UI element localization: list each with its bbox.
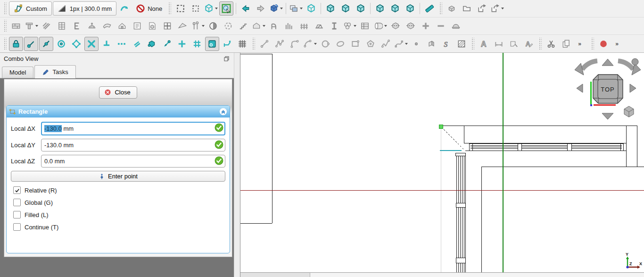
arch-site-button[interactable]	[85, 19, 99, 33]
tab-tasks[interactable]: Tasks	[34, 65, 75, 78]
arch-cut-plane-button[interactable]	[388, 19, 403, 33]
fit-all-button[interactable]	[219, 1, 233, 16]
bounding-box-button[interactable]	[204, 1, 218, 16]
checkbox-global[interactable]: Global (G)	[13, 199, 225, 206]
snap-near-button[interactable]	[160, 37, 174, 51]
nav-arrow-up[interactable]	[602, 59, 613, 66]
draft-line-width-button[interactable]: 1px | 300.0 mm	[53, 1, 116, 16]
view-top-button[interactable]	[339, 1, 353, 16]
toolbar-drag-handle[interactable]	[538, 38, 542, 50]
arch-stairs-button[interactable]	[236, 19, 250, 33]
draft-circle-button[interactable]	[318, 37, 332, 51]
chevron-down-icon[interactable]	[384, 25, 387, 27]
nav-forward-button[interactable]	[254, 1, 268, 16]
snap-lock-button[interactable]	[9, 37, 23, 51]
toolbar-drag-handle[interactable]	[471, 38, 474, 50]
checkbox-continue[interactable]: Continue (T)	[13, 223, 225, 231]
navigation-cube[interactable]: TOP	[571, 54, 642, 124]
draw-style-button[interactable]	[289, 1, 303, 16]
view-rear-button[interactable]	[373, 1, 387, 16]
measure-distance-button[interactable]	[422, 1, 437, 16]
view-bottom-button[interactable]	[388, 1, 402, 16]
draft-line-button[interactable]	[257, 37, 272, 51]
arch-schedule-button[interactable]	[358, 19, 372, 33]
arch-pipe-button[interactable]	[373, 19, 388, 33]
checkbox-filled[interactable]: Filled (L)	[13, 211, 225, 218]
arch-project-button[interactable]	[70, 19, 84, 33]
arch-curtain-wall-button[interactable]	[55, 19, 69, 33]
toolbar-overflow-button[interactable]: »	[574, 37, 588, 51]
draft-fillet-button[interactable]	[288, 37, 302, 51]
draft-bspline-button[interactable]	[379, 37, 393, 51]
view-front-button[interactable]	[323, 1, 338, 16]
export-button[interactable]	[475, 1, 489, 16]
checkbox-box[interactable]	[13, 199, 21, 206]
nav-arrow-left[interactable]	[577, 84, 583, 92]
arch-panel-button[interactable]	[251, 19, 266, 33]
arch-material-button[interactable]	[342, 19, 357, 33]
arch-structure-button[interactable]	[24, 19, 39, 33]
close-task-button[interactable]: Close	[99, 86, 137, 99]
axonometric-view-button[interactable]	[304, 1, 318, 16]
draft-apply-style-button[interactable]	[117, 1, 132, 16]
chevron-down-icon[interactable]	[263, 25, 265, 27]
snap-grid-button[interactable]	[190, 37, 204, 51]
tab-model[interactable]: Model	[2, 67, 33, 78]
arch-wall-button[interactable]	[9, 19, 23, 33]
chevron-down-icon[interactable]	[405, 43, 408, 45]
local-dy-input[interactable]: -130.0 mm	[41, 139, 225, 151]
annotation-style-button[interactable]: A	[522, 37, 536, 51]
draft-autogroup-button[interactable]: None	[132, 1, 165, 16]
snap-midpoint-button[interactable]	[39, 37, 53, 51]
rotate-view-button[interactable]	[269, 1, 283, 16]
arch-axis-button[interactable]	[190, 19, 205, 33]
chevron-down-icon[interactable]	[300, 8, 303, 9]
arch-level-button[interactable]	[130, 19, 144, 33]
toolbar-drag-handle[interactable]	[3, 2, 7, 15]
toolbar-overflow-button[interactable]: »	[611, 37, 626, 51]
collapse-section-icon[interactable]	[219, 108, 227, 116]
nav-rotate-left-arrow[interactable]	[582, 61, 597, 69]
snap-center-button[interactable]	[54, 37, 68, 51]
enter-point-button[interactable]: Enter point	[11, 171, 225, 182]
arch-terrain-button[interactable]	[100, 19, 114, 33]
checkbox-box[interactable]	[13, 211, 21, 218]
snap-special-button[interactable]	[145, 37, 159, 51]
snap-ortho-button[interactable]	[175, 37, 189, 51]
nav-arrow-right[interactable]	[630, 84, 636, 92]
checkbox-box[interactable]	[13, 186, 21, 194]
arch-space-boundary-button[interactable]	[221, 19, 235, 33]
checkbox-box[interactable]	[13, 223, 21, 231]
rectangle-section-header[interactable]: Rectangle	[7, 106, 230, 118]
draft-polygon-button[interactable]	[363, 37, 378, 51]
part-simple-copy-button[interactable]	[445, 1, 459, 16]
draft-rectangle-button[interactable]	[348, 37, 363, 51]
float-panel-icon[interactable]	[223, 55, 230, 62]
draft-ellipse-button[interactable]	[333, 37, 347, 51]
chevron-down-icon[interactable]	[202, 25, 205, 27]
snap-intersection-button[interactable]	[84, 37, 99, 51]
local-dz-input[interactable]: 0.0 mm	[41, 155, 225, 168]
draft-polyline-button[interactable]	[272, 37, 287, 51]
checkbox-relative[interactable]: Relative (R)	[13, 186, 225, 194]
paste-button[interactable]	[559, 37, 573, 51]
arch-remove-component-button[interactable]	[434, 19, 448, 33]
draft-style-preset-button[interactable]: Custom	[9, 1, 52, 16]
chevron-down-icon[interactable]	[35, 25, 38, 27]
arch-building-button[interactable]	[115, 19, 129, 33]
selection-view-button[interactable]	[173, 1, 188, 16]
snap-angle-button[interactable]	[69, 37, 83, 51]
snap-extension-button[interactable]	[115, 37, 129, 51]
draft-point-button[interactable]	[409, 37, 423, 51]
local-dx-input[interactable]: -130.0 mm	[41, 122, 225, 135]
arch-equipment-button[interactable]	[267, 19, 281, 33]
arch-roof-button[interactable]	[175, 19, 190, 33]
open-group-button[interactable]	[460, 1, 474, 16]
draft-label-button[interactable]	[507, 37, 521, 51]
draft-hatch-button[interactable]	[454, 37, 469, 51]
3d-viewport[interactable]: TOP Y Z X	[240, 53, 644, 277]
draft-shapestring-button[interactable]: S	[439, 37, 454, 51]
toggle-grid-button[interactable]	[235, 37, 249, 51]
arch-space-button[interactable]	[145, 19, 159, 33]
nav-cube-face-label[interactable]: TOP	[601, 86, 615, 93]
